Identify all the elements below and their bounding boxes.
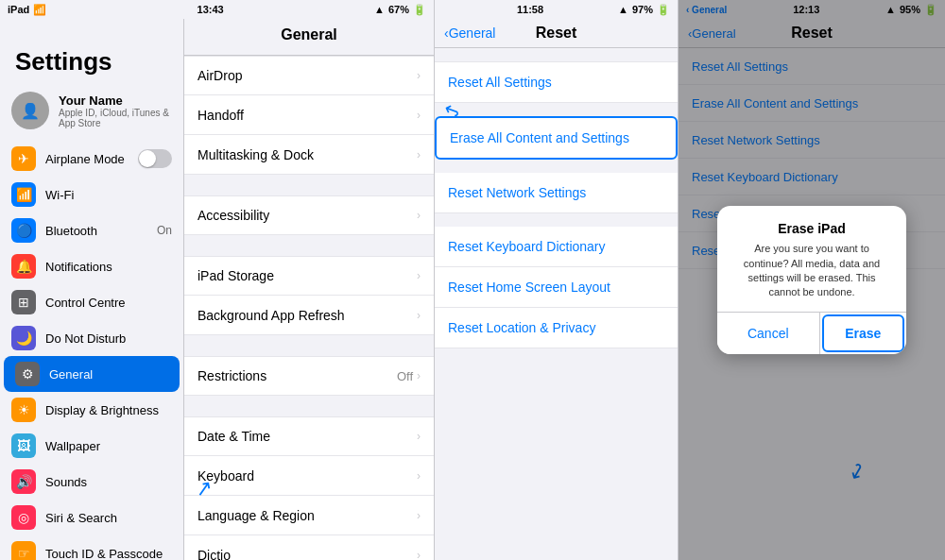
reset-item-all-settings[interactable]: Reset All Settings (435, 61, 678, 103)
sidebar-item-label: Siri & Search (45, 511, 172, 525)
list-item-accessibility[interactable]: Accessibility › (184, 195, 434, 235)
reset-list-p2: Reset All Settings Erase All Content and… (435, 61, 678, 348)
sidebar-item-wallpaper[interactable]: 🖼 Wallpaper (0, 428, 183, 464)
list-item-restrictions[interactable]: Restrictions Off › (184, 356, 434, 396)
sidebar-item-wifi[interactable]: 📶 Wi-Fi (0, 177, 183, 212)
sidebar-item-label: Bluetooth (45, 224, 147, 238)
general-settings-list: General AirDrop › Handoff › Multitasking… (184, 0, 434, 560)
chevron-icon: › (417, 109, 421, 122)
sidebar-item-label: Wi-Fi (45, 188, 172, 202)
signal-icon: ▲ (374, 4, 385, 15)
avatar: 👤 (11, 92, 49, 129)
sidebar-item-bluetooth[interactable]: 🔵 Bluetooth On (0, 212, 183, 248)
wallpaper-icon: 🖼 (11, 433, 36, 458)
sidebar-item-label: Airplane Mode (45, 152, 129, 166)
time-p2: 11:58 (517, 4, 543, 15)
status-right-p2: ▲ 97% 🔋 (618, 4, 670, 16)
siri-icon: ◎ (11, 505, 36, 530)
battery-p2: 97% (632, 4, 653, 15)
settings-sidebar: Settings 👤 Your Name Apple ID, iCloud, i… (0, 19, 184, 560)
sidebar-item-label: Notifications (45, 260, 172, 274)
cancel-button[interactable]: Cancel (717, 313, 820, 354)
status-bar-panel1: iPad 📶 13:43 ▲ 67% 🔋 (0, 0, 434, 19)
reset-item-home-screen[interactable]: Reset Home Screen Layout (435, 267, 678, 308)
panel3-screen: ‹ General 12:13 ▲ 95% 🔋 ‹ General Reset … (679, 0, 945, 560)
list-item-date-time[interactable]: Date & Time › (184, 416, 434, 456)
sidebar-item-do-not-disturb[interactable]: 🌙 Do Not Disturb (0, 320, 183, 356)
list-section-2: Accessibility › (184, 195, 434, 235)
reset-item-keyboard[interactable]: Reset Keyboard Dictionary (435, 227, 678, 267)
airplane-icon: ✈ (11, 146, 36, 171)
list-item-multitasking[interactable]: Multitasking & Dock › (184, 135, 434, 175)
profile-info: Your Name Apple ID, iCloud, iTunes & App… (59, 93, 172, 128)
dialog-content: Erase iPad Are you sure you want to cont… (717, 206, 906, 312)
sidebar-profile[interactable]: 👤 Your Name Apple ID, iCloud, iTunes & A… (0, 84, 183, 137)
erase-button[interactable]: Erase (822, 314, 905, 352)
sidebar-item-label: Touch ID & Passcode (45, 547, 172, 561)
list-item-handoff[interactable]: Handoff › (184, 95, 434, 135)
erase-button-wrap: Erase (820, 313, 907, 354)
sidebar-item-general[interactable]: ⚙ General (4, 356, 180, 392)
sidebar-item-label: Do Not Disturb (45, 331, 172, 346)
sounds-icon: 🔊 (11, 469, 36, 494)
control-centre-icon: ⊞ (11, 290, 36, 314)
list-item-background-refresh[interactable]: Background App Refresh › (184, 296, 434, 335)
main-header: General (184, 19, 434, 56)
profile-name: Your Name (59, 93, 172, 108)
sidebar-item-sounds[interactable]: 🔊 Sounds (0, 464, 183, 500)
reset-item-erase-all[interactable]: Erase All Content and Settings (435, 116, 678, 160)
back-button-p2[interactable]: ‹ General (444, 25, 495, 41)
chevron-icon: › (417, 430, 421, 443)
status-right: ▲ 67% 🔋 (374, 4, 426, 16)
sidebar-item-touch-id[interactable]: ☞ Touch ID & Passcode (0, 535, 183, 560)
time-label: 13:43 (198, 4, 224, 15)
list-section-3: iPad Storage › Background App Refresh › (184, 256, 434, 335)
reset-item-location[interactable]: Reset Location & Privacy (435, 308, 678, 348)
list-item-ipad-storage[interactable]: iPad Storage › (184, 256, 434, 296)
panel-reset: 11:58 ▲ 97% 🔋 ‹ General Reset Reset All … (435, 0, 679, 560)
sidebar-item-control-centre[interactable]: ⊞ Control Centre (0, 284, 183, 320)
wifi-icon: 📶 (11, 182, 36, 207)
chevron-icon: › (417, 69, 421, 82)
sidebar-item-display[interactable]: ☀ Display & Brightness (0, 392, 183, 428)
status-bar-panel2: 11:58 ▲ 97% 🔋 (435, 0, 678, 19)
panel-settings: iPad 📶 13:43 ▲ 67% 🔋 Settings 👤 Your Nam… (0, 0, 435, 560)
sidebar-item-label: Sounds (45, 475, 172, 489)
chevron-icon: › (417, 309, 421, 322)
list-item-dictio[interactable]: Dictio › (184, 535, 434, 560)
erase-dialog: Erase iPad Are you sure you want to cont… (717, 206, 906, 354)
sidebar-title: Settings (0, 38, 183, 84)
sidebar-item-siri[interactable]: ◎ Siri & Search (0, 500, 183, 535)
touch-id-icon: ☞ (11, 541, 36, 560)
chevron-icon: › (417, 269, 421, 282)
chevron-icon: › (417, 209, 421, 222)
sidebar-item-label: Wallpaper (45, 439, 172, 453)
chevron-icon: › (417, 549, 421, 561)
bluetooth-value: On (157, 224, 172, 237)
list-section-1: AirDrop › Handoff › Multitasking & Dock … (184, 56, 434, 175)
list-item-language[interactable]: Language & Region › (184, 496, 434, 535)
list-item-keyboard[interactable]: Keyboard › (184, 456, 434, 496)
sidebar-item-label: Control Centre (45, 296, 172, 310)
battery-icon: 🔋 (413, 4, 426, 16)
battery-label: 67% (388, 4, 409, 15)
signal-p2: ▲ (618, 4, 628, 15)
list-section-5: Date & Time › Keyboard › Language & Regi… (184, 416, 434, 560)
dialog-buttons: Cancel Erase (717, 312, 906, 354)
reset-item-network[interactable]: Reset Network Settings (435, 173, 678, 213)
sidebar-item-airplane-mode[interactable]: ✈ Airplane Mode (0, 141, 183, 177)
airplane-toggle[interactable] (138, 149, 172, 168)
chevron-icon: › (417, 509, 421, 522)
sidebar-item-label: Display & Brightness (45, 403, 172, 417)
ipad-label: iPad (8, 4, 29, 15)
display-icon: ☀ (11, 398, 36, 422)
sidebar-item-label: General (49, 367, 168, 382)
list-item-airdrop[interactable]: AirDrop › (184, 56, 434, 95)
status-left: iPad 📶 (8, 4, 46, 16)
sidebar-item-notifications[interactable]: 🔔 Notifications (0, 248, 183, 284)
panel2-title: Reset (536, 25, 577, 42)
nav-bar-p2: ‹ General Reset (435, 19, 678, 48)
dialog-overlay: Erase iPad Are you sure you want to cont… (679, 0, 945, 560)
dialog-message: Are you sure you want to continue? All m… (732, 242, 891, 300)
chevron-icon: › (417, 148, 421, 161)
